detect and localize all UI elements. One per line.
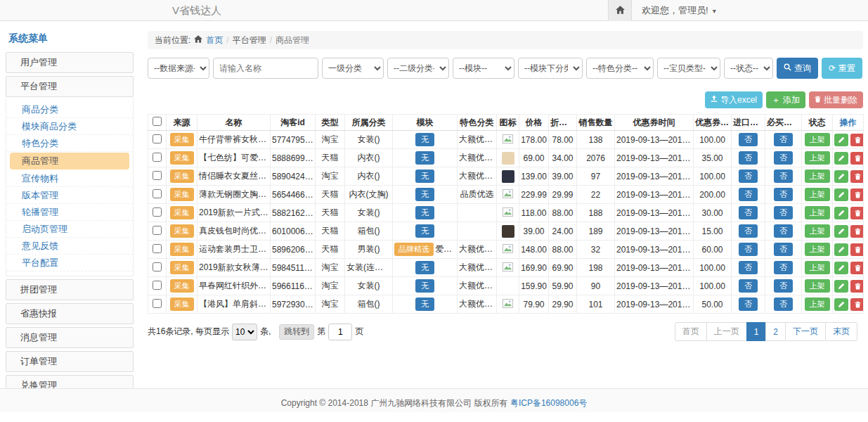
import-select-toggle[interactable]: 否 <box>739 133 758 146</box>
edit-button[interactable] <box>834 225 848 238</box>
module-badge[interactable]: 无 <box>415 133 434 146</box>
row-checkbox[interactable] <box>153 153 162 162</box>
import-select-toggle[interactable]: 否 <box>739 224 758 238</box>
sidebar-item[interactable]: 特色分类 <box>6 135 133 152</box>
delete-button[interactable] <box>850 188 864 201</box>
import-select-toggle[interactable]: 否 <box>739 206 758 219</box>
sidebar-item[interactable]: 模块商品分类 <box>6 118 133 135</box>
page-button-末页[interactable]: 末页 <box>825 322 857 341</box>
must-buy-toggle[interactable]: 否 <box>774 188 793 201</box>
sidebar-group[interactable]: 用户管理 <box>6 52 134 73</box>
sidebar-item[interactable]: 宣传物料 <box>6 170 133 187</box>
status-toggle[interactable]: 上架 <box>805 188 830 201</box>
must-buy-toggle[interactable]: 否 <box>774 298 793 311</box>
filter-module-sub[interactable]: --模块下分类-- <box>518 58 583 79</box>
batch-delete-button[interactable]: 批量删除 <box>809 91 863 108</box>
sidebar-group[interactable]: 省惠快报 <box>6 303 134 324</box>
name-search-input[interactable] <box>213 58 318 79</box>
delete-button[interactable] <box>850 170 864 183</box>
edit-button[interactable] <box>834 280 848 293</box>
delete-button[interactable] <box>850 225 864 238</box>
row-checkbox[interactable] <box>153 244 162 253</box>
delete-button[interactable] <box>850 298 864 311</box>
row-checkbox[interactable] <box>153 281 162 290</box>
delete-button[interactable] <box>850 243 864 256</box>
filter-module[interactable]: --模块-- <box>453 58 514 79</box>
page-button-下一页[interactable]: 下一页 <box>785 322 826 341</box>
edit-button[interactable] <box>834 298 848 311</box>
status-toggle[interactable]: 上架 <box>805 224 830 238</box>
import-select-toggle[interactable]: 否 <box>739 170 758 183</box>
import-select-toggle[interactable]: 否 <box>739 298 758 311</box>
sidebar-item[interactable]: 商品分类 <box>6 101 133 118</box>
must-buy-toggle[interactable]: 否 <box>774 206 793 219</box>
row-checkbox[interactable] <box>153 189 162 198</box>
home-button[interactable] <box>608 0 632 21</box>
delete-button[interactable] <box>850 152 864 165</box>
row-checkbox[interactable] <box>153 262 162 271</box>
user-menu[interactable]: 欢迎您，管理员! ▾ <box>642 4 716 17</box>
edit-button[interactable] <box>834 134 848 146</box>
sidebar-group[interactable]: 消息管理 <box>6 327 134 348</box>
module-badge[interactable]: 无 <box>415 298 434 311</box>
row-checkbox[interactable] <box>153 299 162 308</box>
module-badge[interactable]: 无 <box>415 224 434 238</box>
status-toggle[interactable]: 上架 <box>805 206 830 219</box>
search-button[interactable]: 查询 <box>777 58 818 79</box>
page-button-2[interactable]: 2 <box>765 322 786 341</box>
edit-button[interactable] <box>834 170 848 183</box>
import-select-toggle[interactable]: 否 <box>739 279 758 293</box>
add-button[interactable]: ＋ 添加 <box>766 91 805 108</box>
sidebar-item[interactable]: 意见反馈 <box>6 238 133 255</box>
delete-button[interactable] <box>850 262 864 274</box>
must-buy-toggle[interactable]: 否 <box>774 261 793 274</box>
row-checkbox[interactable] <box>153 171 162 180</box>
status-toggle[interactable]: 上架 <box>805 133 830 146</box>
page-button-1[interactable]: 1 <box>746 322 767 341</box>
must-buy-toggle[interactable]: 否 <box>774 243 793 256</box>
edit-button[interactable] <box>834 207 848 219</box>
page-button-首页[interactable]: 首页 <box>675 322 707 341</box>
module-badge[interactable]: 无 <box>415 279 434 293</box>
import-select-toggle[interactable]: 否 <box>739 151 758 165</box>
filter-category-1[interactable]: 一级分类 <box>322 58 384 79</box>
sidebar-group[interactable]: 平台管理 <box>6 76 134 97</box>
delete-button[interactable] <box>850 280 864 293</box>
page-button-上一页[interactable]: 上一页 <box>706 322 747 341</box>
module-badge[interactable]: 无 <box>415 261 434 274</box>
edit-button[interactable] <box>834 188 848 201</box>
status-toggle[interactable]: 上架 <box>805 243 830 256</box>
icp-link[interactable]: 粤ICP备16098006号 <box>510 398 587 408</box>
module-badge[interactable]: 无 <box>415 188 434 201</box>
must-buy-toggle[interactable]: 否 <box>774 133 793 146</box>
import-select-toggle[interactable]: 否 <box>739 188 758 201</box>
edit-button[interactable] <box>834 243 848 256</box>
edit-button[interactable] <box>834 262 848 274</box>
status-toggle[interactable]: 上架 <box>805 298 830 311</box>
filter-feature[interactable]: --特色分类-- <box>586 58 654 79</box>
must-buy-toggle[interactable]: 否 <box>774 151 793 165</box>
module-badge[interactable]: 品牌精选 <box>394 243 434 256</box>
jump-page-input[interactable] <box>328 324 352 340</box>
must-buy-toggle[interactable]: 否 <box>774 170 793 183</box>
filter-status[interactable]: --状态-- <box>724 58 773 79</box>
delete-button[interactable] <box>850 134 864 146</box>
import-select-toggle[interactable]: 否 <box>739 243 758 256</box>
edit-button[interactable] <box>834 152 848 165</box>
module-badge[interactable]: 无 <box>415 206 434 219</box>
select-all-checkbox[interactable] <box>153 117 162 126</box>
import-excel-button[interactable]: 导入excel <box>705 91 763 108</box>
status-toggle[interactable]: 上架 <box>805 151 830 165</box>
sidebar-item[interactable]: 平台配置 <box>6 255 133 271</box>
status-toggle[interactable]: 上架 <box>805 279 830 293</box>
sidebar-group[interactable]: 拼团管理 <box>6 279 134 300</box>
jump-button[interactable]: 跳转到 <box>279 324 314 340</box>
breadcrumb-home-link[interactable]: 首页 <box>206 31 223 49</box>
sidebar-group[interactable]: 兑换管理 <box>6 375 134 388</box>
import-select-toggle[interactable]: 否 <box>739 261 758 274</box>
module-badge[interactable]: 无 <box>415 170 434 183</box>
module-badge[interactable]: 无 <box>415 151 434 165</box>
reset-button[interactable]: ⟳ 重置 <box>822 58 862 79</box>
must-buy-toggle[interactable]: 否 <box>774 224 793 238</box>
status-toggle[interactable]: 上架 <box>805 261 830 274</box>
